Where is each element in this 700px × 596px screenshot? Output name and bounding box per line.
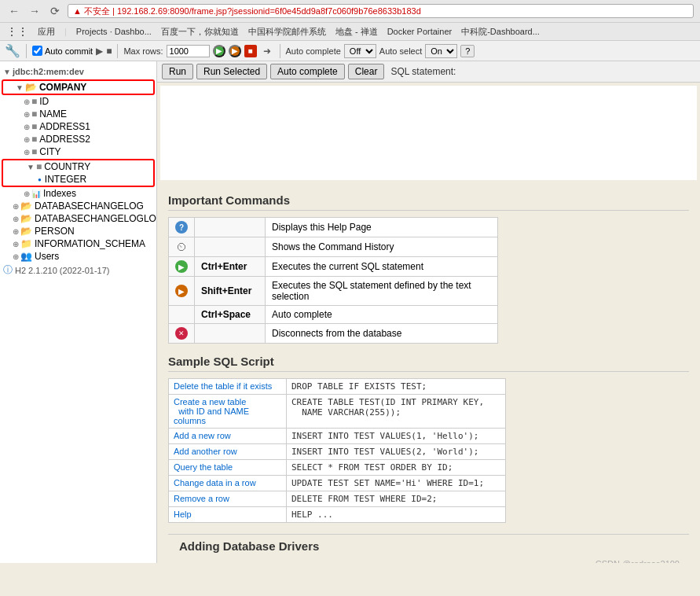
main-toolbar: 🔧 Auto commit ▶ ■ Max rows: ▶ ▶ ■ ➜ Auto…	[0, 41, 700, 61]
apps-icon: ⋮⋮	[6, 25, 28, 38]
sample-row-0: Delete the table if it exists DROP TABLE…	[169, 379, 506, 395]
run-button[interactable]: ▶	[213, 45, 225, 57]
cmd-key-0	[195, 218, 266, 237]
run-selection-button[interactable]: ▶	[229, 45, 241, 57]
sql-editor[interactable]	[160, 86, 697, 180]
sample-code-7[interactable]: HELP ...	[287, 507, 506, 523]
tree-address1[interactable]: ⊕ ■ ADDRESS1	[0, 120, 156, 133]
toolbar-icon-2: ▶	[96, 46, 103, 57]
back-button[interactable]: ←	[6, 3, 22, 19]
cmd-icon-5: ✕	[169, 324, 195, 344]
col-icon-addr1: ■	[31, 121, 37, 132]
sample-row-7: Help HELP ...	[169, 507, 506, 523]
run-selected-button[interactable]: Run Selected	[196, 64, 267, 79]
expand-icon-users: ⊕	[13, 252, 19, 261]
sample-code-4[interactable]: SELECT * FROM TEST ORDER BY ID;	[287, 460, 506, 476]
sample-desc-6[interactable]: Remove a row	[169, 491, 287, 507]
bookmark-baidu[interactable]: 百度一下，你就知道	[161, 26, 239, 38]
sample-desc-7[interactable]: Help	[169, 507, 287, 523]
bookmark-projects[interactable]: Projects · Dashbo...	[76, 27, 152, 36]
users-icon: 👥	[20, 251, 32, 262]
tree-info-schema[interactable]: ⊕ 📁 INFORMATION_SCHEMA	[0, 237, 156, 250]
help-icon: ?	[175, 221, 188, 234]
cmd-key-2: Ctrl+Enter	[195, 257, 266, 277]
dbchangelog-label: DATABASECHANGELOG	[35, 201, 144, 212]
auto-complete-select[interactable]: Off On	[344, 44, 376, 58]
tree-name[interactable]: ⊕ ■ NAME	[0, 108, 156, 120]
help-section: Important Commands ? Displays this Help …	[157, 186, 700, 563]
stop-button[interactable]: ■	[244, 45, 257, 57]
bookmarks-bar: ⋮⋮ 应用 | Projects · Dashbo... 百度一下，你就知道 中…	[0, 23, 700, 41]
bookmark-docker[interactable]: Docker Portainer	[387, 27, 453, 36]
bookmark-disk[interactable]: 地盘 - 禅道	[335, 26, 378, 38]
sample-code-1[interactable]: CREATE TABLE TEST(ID INT PRIMARY KEY, NA…	[287, 395, 506, 429]
sample-row-6: Remove a row DELETE FROM TEST WHERE ID=2…	[169, 491, 506, 507]
sample-code-6[interactable]: DELETE FROM TEST WHERE ID=2;	[287, 491, 506, 507]
sample-code-2[interactable]: INSERT INTO TEST VALUES(1, 'Hello');	[287, 429, 506, 444]
person-folder-icon: 📂	[20, 226, 32, 237]
sample-desc-2[interactable]: Add a new row	[169, 429, 287, 444]
sample-code-0[interactable]: DROP TABLE IF EXISTS TEST;	[287, 379, 506, 395]
toolbar-icon-5: ➜	[263, 46, 271, 57]
url-input[interactable]	[68, 4, 694, 18]
sample-row-5: Change data in a row UPDATE TEST SET NAM…	[169, 476, 506, 491]
sample-desc-5[interactable]: Change data in a row	[169, 476, 287, 491]
expand-icon-city: ⊕	[24, 148, 30, 156]
integer-label: INTEGER	[45, 174, 86, 185]
tree-country[interactable]: ▼ ■ COUNTRY	[3, 160, 153, 173]
bookmark-apps[interactable]: 应用	[38, 26, 55, 38]
tree-address2[interactable]: ⊕ ■ ADDRESS2	[0, 133, 156, 145]
company-folder-icon: 📂	[25, 82, 37, 93]
tree-users[interactable]: ⊕ 👥 Users	[0, 250, 156, 263]
tree-city[interactable]: ⊕ ■ CITY	[0, 145, 156, 158]
info-schema-folder-icon: 📁	[20, 238, 32, 249]
cmd-desc-4: Auto complete	[266, 306, 498, 324]
run-sql-button[interactable]: Run	[162, 64, 193, 79]
sample-desc-0[interactable]: Delete the table if it exists	[169, 379, 287, 395]
auto-select-select[interactable]: On Off	[425, 44, 457, 58]
auto-complete-button[interactable]: Auto complete	[270, 64, 345, 79]
users-label: Users	[35, 251, 59, 262]
expand-icon-company: ▼	[16, 83, 24, 92]
auto-commit-checkbox[interactable]	[32, 46, 42, 56]
refresh-button[interactable]: ⟳	[47, 3, 63, 19]
expand-icon-dbchangelog: ⊕	[13, 202, 19, 211]
col-icon-country: ■	[36, 161, 42, 172]
bookmark-cas[interactable]: 中科院-Dashboard...	[461, 26, 540, 38]
max-rows-input[interactable]	[167, 45, 210, 57]
expand-icon-dbchangeloglo: ⊕	[13, 215, 19, 223]
auto-commit-label: Auto commit	[32, 46, 93, 56]
cmd-key-1	[195, 237, 266, 257]
tree-indexes[interactable]: ⊕ 📊 Indexes	[0, 187, 156, 200]
sample-desc-3[interactable]: Add another row	[169, 444, 287, 460]
forward-button[interactable]: →	[27, 3, 42, 19]
tree-dbchangeloglo[interactable]: ⊕ 📂 DATABASECHANGELOGLO...	[0, 212, 156, 225]
cmd-icon-0: ?	[169, 218, 195, 237]
company-label: COMPANY	[39, 82, 86, 93]
tree-id[interactable]: ⊕ ■ ID	[0, 95, 156, 108]
clear-button[interactable]: Clear	[348, 64, 385, 79]
cmd-icon-1: ⏲	[169, 237, 195, 257]
tree-person[interactable]: ⊕ 📂 PERSON	[0, 225, 156, 237]
tree-integer[interactable]: ● INTEGER	[3, 173, 153, 186]
tree-dbchangelog[interactable]: ⊕ 📂 DATABASECHANGELOG	[0, 200, 156, 212]
help-button[interactable]: ?	[460, 45, 475, 57]
toolbar-icon-3: ■	[106, 46, 112, 57]
sample-desc-4[interactable]: Query the table	[169, 460, 287, 476]
cmd-key-3: Shift+Enter	[195, 277, 266, 306]
address1-label: ADDRESS1	[39, 121, 90, 132]
sample-code-3[interactable]: INSERT INTO TEST VALUES(2, 'World');	[287, 444, 506, 460]
sample-code-5[interactable]: UPDATE TEST SET NAME='Hi' WHERE ID=1;	[287, 476, 506, 491]
bookmark-mail[interactable]: 中国科学院邮件系统	[248, 26, 326, 38]
country-label: COUNTRY	[44, 161, 90, 172]
expand-icon-country: ▼	[27, 163, 35, 171]
id-label: ID	[39, 96, 49, 107]
tree-company[interactable]: ▼ 📂 COMPANY	[3, 81, 153, 94]
cmd-icon-3: ▶	[169, 277, 195, 306]
watermark: CSDN @redrose2100	[168, 556, 689, 563]
info-schema-label: INFORMATION_SCHEMA	[35, 238, 145, 249]
sample-row-4: Query the table SELECT * FROM TEST ORDER…	[169, 460, 506, 476]
sample-desc-1[interactable]: Create a new table with ID and NAME colu…	[169, 395, 287, 429]
bookmark-sep: |	[64, 27, 67, 36]
db-root-item[interactable]: ▼ jdbc:h2:mem:dev	[0, 64, 156, 79]
